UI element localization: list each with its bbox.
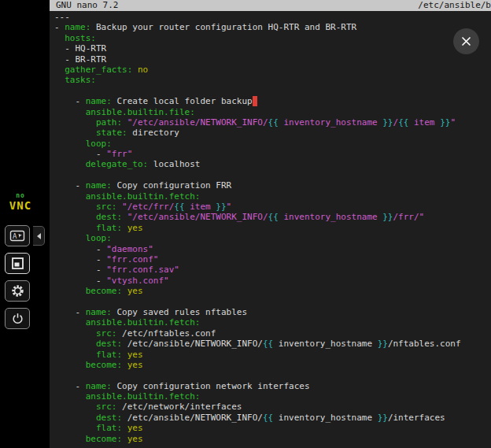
code-segment: }} [216,202,226,212]
editor-line [54,297,491,307]
code-segment [54,402,96,412]
novnc-logo-top: no [3,193,38,199]
code-segment [54,223,96,233]
code-segment [132,65,138,75]
code-segment: - HQ-RTR [54,43,106,54]
editor-line: src: /etc/nftables.conf [54,328,491,339]
code-segment: loop: [86,233,112,243]
code-segment: inventory_hostname [279,117,382,128]
fullscreen-icon [11,257,24,270]
code-segment [54,139,86,149]
code-segment: " [450,117,456,128]
terminal-window[interactable]: GNU nano 7.2 /etc/ansible/b ---- name: B… [50,0,491,448]
editor-line: become: yes [54,286,491,296]
code-segment: Copy configuration FRR [112,180,231,191]
code-segment: item [408,117,440,128]
code-segment: flat: [96,423,122,433]
code-segment: /frr/" [393,212,425,222]
code-segment: state: [96,128,127,138]
editor-line: ansible.builtin.file: [54,107,491,117]
code-segment [122,286,127,296]
code-segment [54,328,96,339]
code-segment [54,360,86,370]
editor-line: - "frr.conf.sav" [54,265,491,275]
code-segment: become: [86,434,122,444]
text-cursor [253,96,258,106]
code-segment: tasks: [65,75,96,85]
code-segment: {{ [268,117,279,128]
editor-line: - "vtysh.conf" [54,276,491,286]
code-segment: ansible.builtin.fetch: [86,317,201,328]
code-segment: flat: [96,223,122,233]
code-segment: /nftables.conf [388,339,461,349]
code-segment: src: [96,202,117,212]
code-segment [54,202,96,212]
editor-line: src: "/etc/frr/{{ item }}" [54,202,491,212]
overlay-close-button[interactable] [453,28,479,54]
editor-line: - name: Copy configuration network inter… [54,381,491,391]
code-segment: {{ [263,413,273,423]
code-segment: dest: [96,413,122,423]
editor-line: - BR-RTR [54,54,491,65]
code-segment: name: [86,381,112,391]
code-segment: "/etc/ansible/NETWORK_INFO/ [127,212,268,222]
code-segment: }} [378,339,388,349]
clipboard-button[interactable]: A [5,225,30,246]
editor-line: become: yes [54,360,491,370]
code-segment [122,423,127,433]
code-segment: /etc/nftables.conf [116,328,216,339]
code-segment [54,391,86,402]
code-segment [54,107,86,117]
editor-line: hosts: [54,33,491,43]
editor-line [54,370,491,380]
editor-line: flat: yes [54,223,491,233]
code-segment: /interfaces [388,413,445,423]
power-button[interactable] [5,308,30,329]
code-segment: item [185,202,216,212]
code-segment: - [54,265,106,275]
code-segment: path: [96,117,122,128]
code-segment: Copy saved rules nftables [112,307,247,317]
code-segment: "/etc/ansible/NETWORK_INFO/ [127,117,268,128]
editor-line: dest: "/etc/ansible/NETWORK_INFO/{{ inve… [54,212,491,222]
code-segment: /etc/ansible/NETWORK_INFO/ [122,339,263,349]
editor-line: loop: [54,139,491,149]
code-segment [122,350,127,360]
code-segment [54,117,96,128]
code-segment [54,317,86,328]
code-segment: - [54,180,86,191]
code-segment: "daemons" [106,244,153,254]
nano-titlebar: GNU nano 7.2 /etc/ansible/b [50,0,491,11]
code-segment: name: [86,180,112,191]
fullscreen-button[interactable] [5,253,30,274]
code-segment: inventory_hostname [273,339,377,349]
code-segment: inventory_hostname [273,413,377,423]
code-segment [54,423,96,433]
editor-line: - name: Copy configuration FRR [54,180,491,191]
editor-line: - "frr" [54,149,491,159]
editor-line: - "daemons" [54,244,491,254]
code-segment: "frr" [106,149,132,159]
close-icon [460,35,472,47]
editor-line: state: directory [54,128,491,138]
code-segment: directory [127,128,179,138]
chevron-left-icon [35,231,42,241]
editor-line: flat: yes [54,350,491,360]
code-segment [54,370,60,380]
svg-text:A: A [13,232,17,240]
code-segment [54,128,96,138]
control-bar-handle[interactable] [33,226,45,246]
code-segment: - [54,276,106,286]
editor-line: delegate_to: localhost [54,159,491,169]
editor-lines[interactable]: ---- name: Backup your router configurat… [50,11,491,444]
code-segment: }} [440,117,450,128]
code-segment: yes [127,434,143,444]
settings-button[interactable] [5,280,30,302]
gear-icon [10,283,25,298]
code-segment: {{ [398,117,408,128]
novnc-logo-text: VNC [3,200,38,211]
code-segment: - [54,22,65,32]
code-segment: "/etc/frr/ [122,202,174,212]
code-segment: flat: [96,350,122,360]
code-segment: - [54,96,86,106]
